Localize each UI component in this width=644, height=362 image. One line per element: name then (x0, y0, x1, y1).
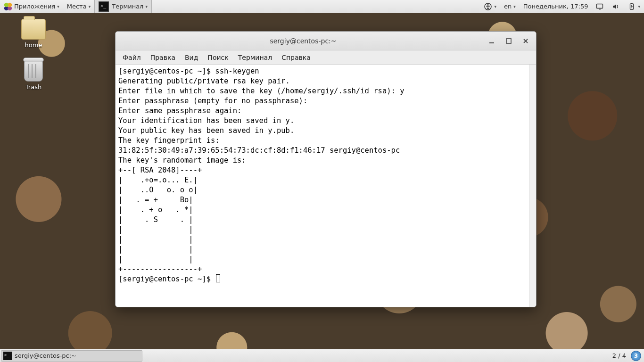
trash-can-icon (24, 60, 43, 82)
active-app-menu[interactable]: Терминал ▾ (94, 0, 152, 13)
centos-logo-icon (4, 2, 12, 11)
svg-rect-4 (631, 3, 633, 4)
home-folder-icon[interactable]: home (12, 19, 55, 49)
maximize-button[interactable] (504, 36, 513, 46)
terminal-menubar: Файл Правка Вид Поиск Терминал Справка (116, 50, 536, 65)
top-panel: Приложения ▾ Места ▾ Терминал ▾ ▾ en ▾ П… (0, 0, 644, 13)
workspace-badge[interactable]: 3 (631, 351, 641, 361)
places-menu[interactable]: Места ▾ (63, 0, 94, 13)
folder-icon (21, 19, 46, 40)
trash-icon[interactable]: Trash (12, 60, 55, 90)
menu-help[interactable]: Справка (277, 52, 315, 63)
keyboard-layout-menu[interactable]: en ▾ (500, 0, 520, 13)
volume-icon (611, 2, 620, 11)
minimize-button[interactable] (487, 36, 496, 46)
menu-terminal[interactable]: Терминал (234, 52, 276, 63)
terminal-icon (99, 1, 109, 12)
desktop-icons: home Trash (12, 19, 69, 102)
chevron-down-icon: ▾ (145, 4, 148, 9)
svg-rect-2 (597, 4, 603, 8)
clock-label: Понедельник, 17:59 (523, 3, 588, 10)
chevron-down-icon: ▾ (513, 4, 516, 9)
terminal-body[interactable]: [sergiy@centos-pc ~]$ ssh-keygen Generat… (116, 65, 536, 307)
menu-edit[interactable]: Правка (146, 52, 180, 63)
terminal-cursor (216, 274, 220, 282)
window-title: sergiy@centos-pc:~ (119, 37, 487, 45)
clock-menu[interactable]: Понедельник, 17:59 (520, 0, 592, 13)
window-titlebar[interactable]: sergiy@centos-pc:~ (116, 32, 536, 50)
volume-indicator[interactable] (608, 0, 624, 13)
keyboard-layout-label: en (504, 3, 512, 10)
chevron-down-icon: ▾ (57, 4, 59, 9)
places-label: Места (67, 3, 87, 10)
battery-icon (627, 2, 636, 11)
menu-file[interactable]: Файл (118, 52, 145, 63)
taskbar-entry-terminal[interactable]: sergiy@centos-pc:~ (1, 350, 142, 362)
applications-label: Приложения (14, 3, 55, 10)
svg-point-1 (487, 4, 489, 6)
minimize-icon (488, 38, 495, 44)
close-button[interactable] (521, 36, 530, 46)
display-icon (595, 2, 604, 11)
chevron-down-icon: ▾ (494, 4, 496, 9)
accessibility-menu[interactable]: ▾ (480, 0, 500, 13)
display-indicator[interactable] (592, 0, 608, 13)
close-icon (523, 38, 528, 44)
menu-view[interactable]: Вид (181, 52, 202, 63)
chevron-down-icon: ▾ (638, 4, 640, 9)
home-folder-label: home (25, 41, 42, 49)
battery-indicator[interactable]: ▾ (624, 0, 644, 13)
workspace-indicator-text[interactable]: 2 / 4 (612, 352, 626, 359)
terminal-scrollbar[interactable] (529, 65, 536, 307)
maximize-icon (506, 38, 512, 44)
terminal-output[interactable]: [sergiy@centos-pc ~]$ ssh-keygen Generat… (116, 65, 529, 307)
bottom-panel: sergiy@centos-pc:~ 2 / 4 3 (0, 349, 644, 362)
taskbar-entry-label: sergiy@centos-pc:~ (15, 352, 76, 359)
trash-label: Trash (25, 83, 41, 90)
window-controls (487, 36, 532, 46)
terminal-icon (3, 352, 12, 360)
accessibility-icon (484, 2, 492, 11)
svg-rect-5 (506, 39, 511, 43)
chevron-down-icon: ▾ (89, 4, 91, 9)
active-app-label: Терминал (112, 3, 143, 10)
terminal-window: sergiy@centos-pc:~ Файл Правка Вид Поиск… (115, 31, 537, 307)
menu-search[interactable]: Поиск (203, 52, 232, 63)
applications-menu[interactable]: Приложения ▾ (0, 0, 63, 13)
